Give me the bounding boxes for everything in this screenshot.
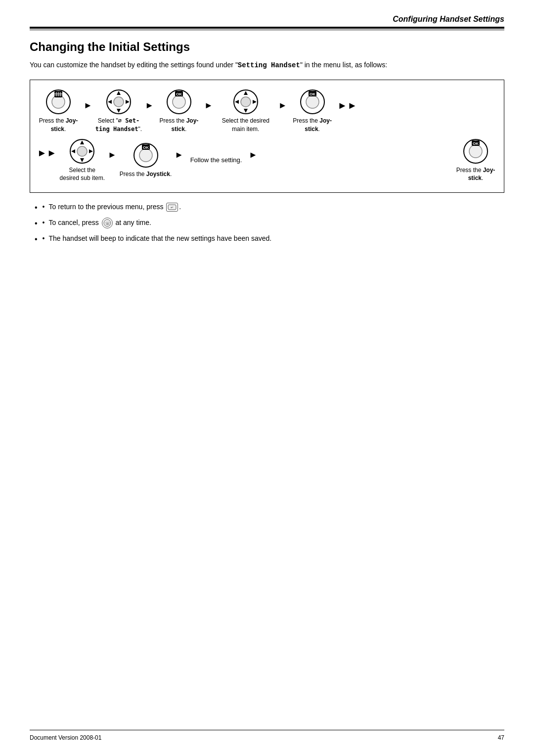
header-rule-thick (30, 27, 504, 29)
cell-label-8: Follow the setting. (190, 156, 242, 165)
bullet-text-3: The handset will beep to indicate that t… (49, 233, 272, 244)
diagram-cell-9: OK Press the Joy-stick. (453, 138, 498, 183)
svg-text:OK: OK (143, 145, 149, 150)
svg-text:↵: ↵ (171, 206, 174, 209)
footer-version: Document Version 2008-01 (30, 734, 101, 741)
arrow-4: ► (278, 100, 287, 122)
cell-label-4: Select the desiredmain item. (222, 117, 269, 133)
svg-point-19 (241, 97, 251, 107)
return-icon: ↵ (166, 203, 178, 212)
arrow-2: ► (145, 100, 154, 122)
diagram-cell-5: OK Press the Joy-stick. (290, 89, 335, 133)
svg-point-15 (173, 95, 185, 108)
ok-dial-icon-2: OK (300, 89, 325, 115)
cancel-icon: ☏ (102, 218, 113, 228)
arrow-3: ► (204, 100, 213, 122)
arrow-5: ► (108, 150, 117, 171)
diagram-cell-6: Select thedesired sub item. (60, 138, 105, 183)
joystick-icon-3 (69, 138, 95, 164)
ok-dial-icon-4: OK (463, 138, 489, 164)
svg-text:OK: OK (310, 92, 315, 96)
cell-label-9: Press the Joy-stick. (456, 166, 495, 183)
bullet-item-1: • To return to the previous menu, press … (35, 202, 504, 214)
arrow-6: ► (175, 150, 183, 171)
arrow-1: ► (84, 100, 92, 122)
diagram-cell-1: Press the Joy-stick. (36, 89, 81, 133)
cell-label-5: Press the Joy-stick. (293, 117, 332, 133)
footer: Document Version 2008-01 47 (30, 730, 504, 741)
bullet-item-3: • The handset will beep to indicate that… (35, 233, 504, 245)
svg-point-29 (77, 146, 87, 156)
diagram-row-2: ►► Select thedesired sub item. ► (35, 138, 499, 183)
cell-label-2: Select "⌀ Set-ting Handset". (95, 117, 142, 133)
bullet-marker-1: • (43, 202, 45, 212)
cell-label-3: Press the Joy-stick. (160, 117, 199, 133)
ok-dial-icon-3: OK (133, 142, 159, 168)
joystick-icon-1 (106, 89, 132, 115)
grid-dial-icon (45, 89, 71, 115)
diagram-cell-2: Select "⌀ Set-ting Handset". (95, 89, 142, 133)
diagram-row-1: Press the Joy-stick. ► Se (35, 89, 499, 133)
footer-page-number: 47 (498, 734, 504, 741)
svg-text:☏: ☏ (104, 221, 110, 226)
arrow-double-start-row2: ►► (37, 147, 57, 174)
cell-label-7: Press the Joystick. (120, 170, 172, 178)
diagram-cell-3: OK Press the Joy-stick. (157, 89, 201, 133)
svg-point-25 (306, 95, 319, 108)
svg-point-9 (114, 97, 124, 107)
svg-point-39 (469, 145, 482, 158)
diagram-cell-7: OK Press the Joystick. (120, 142, 172, 178)
bullet-text-1: To return to the previous menu, press ↵ … (49, 202, 181, 212)
ok-dial-icon-1: OK (166, 89, 192, 115)
header-rule-thin (30, 30, 504, 30)
bullet-text-2: To cancel, press ☏ at any time. (49, 218, 151, 228)
bullet-list: • To return to the previous menu, press … (35, 202, 504, 245)
cell-label-6: Select thedesired sub item. (60, 166, 105, 183)
page: Configuring Handset Settings Changing th… (0, 0, 534, 756)
bullet-marker-3: • (43, 233, 45, 244)
arrow-7: ► (249, 150, 258, 171)
section-title: Changing the Initial Settings (30, 40, 504, 54)
header-title: Configuring Handset Settings (30, 15, 504, 24)
svg-text:OK: OK (176, 92, 182, 96)
diagram-cell-8: Follow the setting. (186, 141, 246, 179)
cell-label-1: Press the Joy-stick. (39, 117, 78, 133)
joystick-icon-2 (233, 89, 259, 115)
bullet-marker-2: • (43, 218, 45, 228)
diagram-box: Press the Joy-stick. ► Se (30, 80, 504, 193)
diagram-cell-4: Select the desiredmain item. (216, 89, 275, 133)
bullet-item-2: • To cancel, press ☏ at any time. (35, 218, 504, 229)
arrow-double-end-row1: ►► (338, 100, 357, 122)
svg-text:OK: OK (473, 141, 479, 146)
svg-point-35 (139, 149, 152, 162)
intro-text: You can customize the handset by editing… (30, 60, 504, 71)
